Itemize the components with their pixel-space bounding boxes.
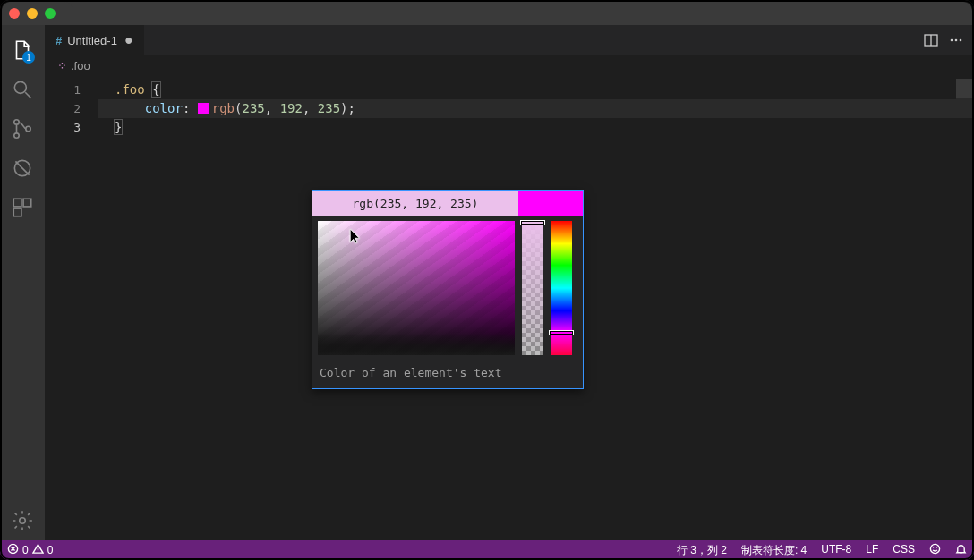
- svg-point-8: [20, 518, 26, 524]
- more-actions-icon[interactable]: [949, 33, 963, 47]
- svg-point-11: [955, 39, 958, 42]
- svg-point-16: [936, 547, 937, 547]
- line-number: 3: [45, 118, 98, 137]
- line-number-gutter: 1 2 3: [45, 75, 98, 540]
- encoding-status[interactable]: UTF-8: [814, 543, 859, 556]
- hue-handle[interactable]: [549, 330, 574, 335]
- tab-untitled-1[interactable]: # Untitled-1 ●: [45, 25, 144, 55]
- error-icon: [7, 543, 19, 557]
- line-number: 2: [45, 99, 98, 118]
- saturation-value-box[interactable]: [318, 221, 515, 355]
- svg-point-10: [951, 39, 953, 42]
- notifications-icon[interactable]: [948, 543, 974, 557]
- opacity-handle[interactable]: [520, 220, 545, 225]
- error-count: 0: [22, 544, 29, 556]
- svg-point-0: [14, 81, 26, 93]
- svg-rect-5: [13, 199, 21, 207]
- code-line[interactable]: color: rgb(235, 192, 235);: [98, 99, 974, 118]
- eol-status[interactable]: LF: [859, 543, 885, 556]
- svg-point-1: [14, 120, 19, 124]
- tab-title: Untitled-1: [67, 34, 117, 47]
- problems-status[interactable]: 0 0: [0, 540, 60, 560]
- extensions-icon[interactable]: [0, 188, 45, 227]
- debug-icon[interactable]: [0, 148, 45, 188]
- css-rule-icon: ⁘: [57, 59, 67, 72]
- language-mode-status[interactable]: CSS: [885, 543, 922, 556]
- status-bar: 0 0 行 3，列 2 制表符长度: 4 UTF-8 LF CSS: [0, 540, 974, 560]
- feedback-icon[interactable]: [922, 543, 948, 557]
- split-editor-icon[interactable]: [924, 33, 938, 47]
- svg-rect-6: [23, 199, 31, 207]
- svg-point-15: [933, 547, 934, 547]
- color-picker-body: [312, 216, 583, 361]
- current-color-preview[interactable]: [518, 191, 583, 216]
- svg-point-2: [14, 133, 19, 138]
- color-swatch-icon[interactable]: [198, 103, 209, 114]
- line-number: 1: [45, 81, 98, 99]
- svg-point-12: [960, 39, 962, 42]
- svg-rect-7: [13, 208, 21, 216]
- window: 1 # Untitled-1 ●: [0, 0, 974, 560]
- zoom-window-button[interactable]: [45, 8, 56, 19]
- code-line[interactable]: }: [98, 118, 974, 137]
- editor[interactable]: 1 2 3 .foo { color: rgb(235, 192, 235); …: [45, 75, 974, 540]
- opacity-slider[interactable]: [522, 221, 543, 355]
- activity-bar: 1: [0, 25, 45, 540]
- explorer-badge: 1: [22, 51, 35, 64]
- warning-icon: [32, 543, 44, 557]
- search-icon[interactable]: [0, 70, 45, 109]
- breadcrumb-item: .foo: [71, 59, 90, 72]
- cursor-position-status[interactable]: 行 3，列 2: [670, 543, 734, 558]
- color-picker: rgb(235, 192, 235) Color of an element's…: [312, 190, 584, 389]
- hue-slider[interactable]: [551, 221, 572, 355]
- css-file-icon: #: [56, 34, 62, 47]
- color-picker-header: rgb(235, 192, 235): [312, 191, 583, 216]
- warning-count: 0: [47, 544, 54, 556]
- traffic-lights: [2, 2, 73, 25]
- minimap-region[interactable]: [956, 98, 972, 115]
- minimap-region[interactable]: [956, 79, 972, 98]
- titlebar[interactable]: [2, 2, 972, 25]
- source-control-icon[interactable]: [0, 109, 45, 148]
- cursor-icon: [348, 228, 364, 244]
- explorer-icon[interactable]: 1: [0, 30, 45, 70]
- color-hint-text: Color of an element's text: [312, 361, 583, 388]
- tab-bar: # Untitled-1 ●: [45, 25, 974, 55]
- settings-gear-icon[interactable]: [0, 501, 45, 540]
- svg-point-3: [26, 126, 30, 131]
- minimize-window-button[interactable]: [27, 8, 38, 19]
- code-line[interactable]: .foo {: [98, 81, 974, 99]
- code-area[interactable]: .foo { color: rgb(235, 192, 235); } rgb(…: [98, 75, 974, 540]
- color-value-label[interactable]: rgb(235, 192, 235): [312, 191, 518, 216]
- indentation-status[interactable]: 制表符长度: 4: [734, 543, 814, 558]
- svg-point-14: [930, 544, 939, 553]
- close-window-button[interactable]: [9, 8, 20, 19]
- breadcrumb[interactable]: ⁘ .foo: [45, 55, 974, 75]
